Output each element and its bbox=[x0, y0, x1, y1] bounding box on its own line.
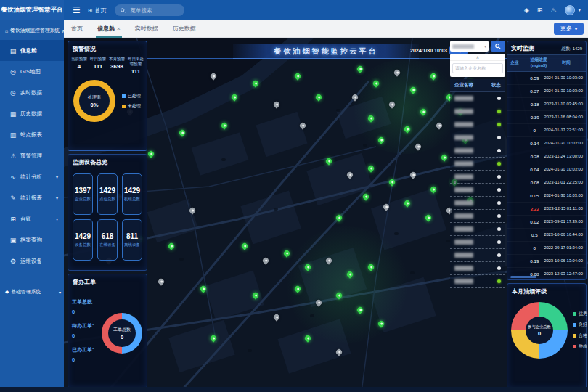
region-select-dropdown[interactable]: ▾ bbox=[450, 41, 489, 52]
legend-label: 整改 bbox=[579, 343, 587, 350]
concentration-value: 0 bbox=[526, 128, 544, 133]
company-search-button[interactable] bbox=[491, 41, 505, 52]
sidebar-item-gis-map[interactable]: ◎GIS地图 bbox=[0, 61, 64, 82]
chevron-down-icon: ▾ bbox=[484, 44, 486, 49]
menu-search-box[interactable] bbox=[115, 4, 184, 16]
status-dot bbox=[497, 188, 501, 192]
sidebar-item-station-report[interactable]: ▥站点报表 bbox=[0, 124, 64, 145]
sidebar-item-archive-query[interactable]: ▣档案查询 bbox=[0, 229, 64, 250]
redacted-company-name bbox=[454, 187, 473, 192]
collapse-toggle[interactable]: ∧ bbox=[450, 54, 505, 61]
sidebar-item-history-data[interactable]: ▦历史数据 bbox=[0, 103, 64, 124]
map-canvas[interactable]: 餐饮油烟智能监控云平台 2024/1/30 10:03 星期二 预警情况 当前预… bbox=[64, 38, 588, 392]
redacted-map-label bbox=[310, 314, 314, 317]
tab-list: 首页信息舱×实时数据历史数据 bbox=[64, 20, 203, 38]
realtime-row[interactable]: 0.592024-01-30 10:03:00 bbox=[507, 72, 586, 85]
sidebar-item-ops-device[interactable]: ⚙运维设备 bbox=[0, 250, 64, 271]
stat-report-icon: ✎ bbox=[9, 195, 17, 202]
realtime-row[interactable]: 0.022023-09-01 17:39:00 bbox=[507, 216, 586, 229]
sidebar-item-base-system[interactable]: ◆ 基础管理系统 ▾ bbox=[0, 282, 64, 301]
status-dot bbox=[497, 136, 501, 139]
sidebar-item-info-cabin[interactable]: ▤信息舱 bbox=[0, 40, 64, 61]
company-row[interactable] bbox=[450, 275, 505, 288]
redacted-company-name bbox=[454, 135, 473, 140]
tab-home[interactable]: 首页 bbox=[64, 20, 90, 38]
device-overview-panel: 监测设备总览 1397企业总数1429点位总数1429机组总数1429设备总数6… bbox=[68, 154, 147, 271]
company-row[interactable] bbox=[450, 118, 505, 131]
status-dot bbox=[497, 214, 501, 218]
breadcrumb-home[interactable]: ⊞ 首页 bbox=[88, 7, 107, 15]
sidebar-item-ledger[interactable]: ⊞台账▾ bbox=[0, 208, 64, 229]
workorder-label: 已办工单: bbox=[72, 346, 94, 354]
legend-label: 已处理 bbox=[128, 93, 141, 99]
company-row[interactable] bbox=[450, 262, 505, 275]
flame-icon[interactable]: ♨ bbox=[550, 7, 556, 14]
layout-grid-icon[interactable]: ⊞ bbox=[537, 7, 543, 14]
company-row[interactable] bbox=[450, 223, 505, 236]
company-row[interactable] bbox=[450, 131, 505, 144]
concentration-value: 0.59 bbox=[526, 75, 544, 81]
tab-history-data[interactable]: 历史数据 bbox=[166, 20, 203, 38]
user-menu-chevron-down-icon[interactable]: ▾ bbox=[578, 7, 581, 13]
concentration-value: 0.04 bbox=[526, 167, 544, 172]
device-stat-value: 811 bbox=[126, 232, 138, 240]
realtime-row[interactable]: 0.042024-01-30 10:03:00 bbox=[507, 163, 586, 176]
company-row[interactable] bbox=[450, 197, 505, 210]
tab-realtime-data[interactable]: 实时数据 bbox=[128, 20, 166, 38]
redacted-company-name bbox=[454, 200, 473, 205]
realtime-row[interactable]: 0.082023-11-01 22:25:00 bbox=[507, 176, 586, 189]
more-button-label: 更多 bbox=[560, 25, 572, 33]
legend-label: 未处理 bbox=[128, 103, 141, 110]
sidebar-item-realtime-data[interactable]: ◷实时数据 bbox=[0, 82, 64, 103]
concentration-value: 0.28 bbox=[526, 154, 544, 159]
company-search-overlay: ▾ ∧ 企业名称 状态 bbox=[450, 41, 505, 288]
sidebar-item-stat-analysis[interactable]: ∿统计分析▾ bbox=[0, 166, 64, 187]
realtime-row[interactable]: 0.282023-11-24 13:00:00 bbox=[507, 150, 586, 163]
company-name-input[interactable] bbox=[453, 66, 502, 70]
more-button[interactable]: 更多 ▾ bbox=[554, 23, 584, 35]
realtime-row[interactable]: 0.142024-01-30 10:03:00 bbox=[507, 137, 586, 150]
company-row[interactable] bbox=[450, 249, 505, 262]
menu-search-input[interactable] bbox=[128, 7, 179, 15]
horizontal-scrollbar[interactable] bbox=[510, 276, 536, 278]
company-row[interactable] bbox=[450, 92, 505, 105]
company-row[interactable] bbox=[450, 171, 505, 184]
company-row[interactable] bbox=[450, 210, 505, 223]
hamburger-menu-icon[interactable]: ☰ bbox=[73, 5, 81, 15]
company-row[interactable] bbox=[450, 184, 505, 197]
company-row[interactable] bbox=[450, 236, 505, 249]
workorder-value: 0 bbox=[72, 332, 94, 339]
redacted-company-name bbox=[454, 240, 473, 245]
realtime-row[interactable]: 0.192023-10-06 13:04:00 bbox=[507, 255, 586, 268]
tab-info-cabin[interactable]: 信息舱× bbox=[90, 20, 128, 38]
realtime-row[interactable]: 0.52023-10-06 16:44:00 bbox=[507, 229, 586, 242]
realtime-row[interactable]: 0.082023-12-03 12:47:00 bbox=[507, 268, 586, 280]
realtime-row[interactable]: 0.052024-01-30 10:03:00 bbox=[507, 189, 586, 203]
timestamp: 2023-11-24 13:00:00 bbox=[544, 154, 583, 158]
realtime-row[interactable]: 02022-09-17 01:34:00 bbox=[507, 242, 586, 255]
tab-close-icon[interactable]: × bbox=[117, 25, 121, 32]
company-list-header: 企业名称 状态 bbox=[450, 79, 505, 92]
company-list bbox=[450, 92, 505, 288]
sidebar-item-alarm-manage[interactable]: ⚠预警管理 bbox=[0, 145, 64, 166]
timestamp: 2022-09-17 01:34:00 bbox=[544, 245, 583, 250]
realtime-row[interactable]: 0.392023-11-16 08:04:00 bbox=[507, 111, 586, 124]
sidebar-item-stat-report[interactable]: ✎统计报表▾ bbox=[0, 187, 64, 208]
realtime-row[interactable]: 2.222023-12-15 01:11:00 bbox=[507, 203, 586, 216]
realtime-row[interactable]: 02024-01-17 22:51:00 bbox=[507, 124, 586, 137]
realtime-row[interactable]: 0.372024-01-30 10:03:00 bbox=[507, 85, 586, 98]
alarm-stat: 昨日未处理预警111 bbox=[127, 57, 144, 75]
realtime-row[interactable]: 0.182023-11-10 03:45:00 bbox=[507, 98, 586, 111]
timestamp: 2024-01-30 10:03:00 bbox=[544, 167, 583, 171]
company-row[interactable] bbox=[450, 144, 505, 158]
device-stat-label: 企业总数 bbox=[75, 197, 91, 202]
sidebar-system-header[interactable]: ⌂ 餐饮油烟监控管理系统 ∧ bbox=[0, 20, 64, 40]
user-avatar[interactable] bbox=[565, 5, 575, 15]
company-row[interactable] bbox=[450, 158, 505, 171]
theme-skin-icon[interactable]: ◈ bbox=[524, 7, 529, 14]
company-row[interactable] bbox=[450, 105, 505, 118]
company-filter-row: ▾ bbox=[450, 41, 505, 52]
search-icon bbox=[495, 44, 501, 49]
realtime-table-body: 0.592024-01-30 10:03:000.372024-01-30 10… bbox=[507, 72, 586, 280]
legend-label: 优秀 bbox=[579, 311, 587, 317]
